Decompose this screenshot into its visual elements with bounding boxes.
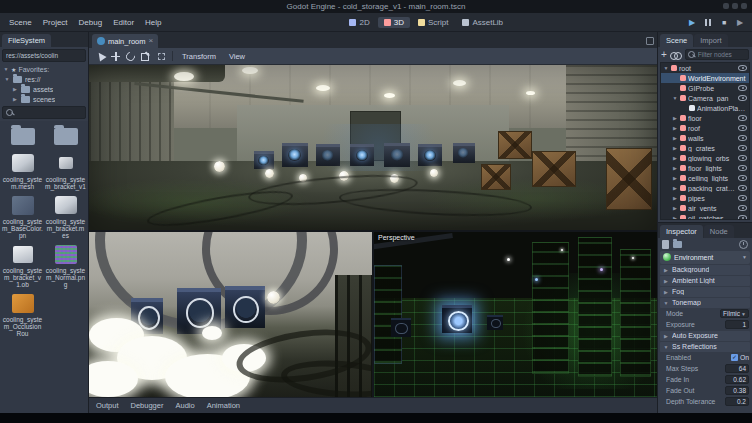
property-spinbox[interactable]: 64	[725, 364, 749, 373]
scene-node-animationplayer[interactable]: AnimationPlayer	[661, 103, 749, 113]
tab-import[interactable]: Import	[694, 34, 727, 47]
property-spinbox[interactable]: 0.2	[725, 397, 749, 406]
chevron-right-icon[interactable]: ▶	[12, 86, 18, 92]
bottom-panel-animation[interactable]: Animation	[207, 401, 240, 410]
select-tool-icon[interactable]	[94, 51, 105, 62]
file-folder-0[interactable]	[2, 124, 43, 148]
inspector-section-auto-exposure[interactable]: ▶Auto Exposure	[660, 331, 750, 341]
move-tool-icon[interactable]	[110, 51, 121, 62]
chevron-right-icon[interactable]: ▶	[672, 115, 678, 121]
visibility-eye-icon[interactable]	[738, 185, 747, 191]
file-cooling-syste-m-bracket-mes[interactable]: cooling_syste m_bracket.mes	[45, 193, 86, 239]
workspace-tab-script[interactable]: Script	[412, 17, 454, 28]
scene-node-root[interactable]: ▼root	[661, 63, 749, 73]
transform-menu[interactable]: Transform	[178, 51, 220, 62]
chevron-right-icon[interactable]: ▶	[672, 155, 678, 161]
file-folder-1[interactable]	[45, 124, 86, 148]
filesystem-path-bar[interactable]: res://assets/coolin	[2, 49, 86, 62]
bottom-panel-output[interactable]: Output	[96, 401, 119, 410]
chevron-down-icon[interactable]: ▼	[4, 76, 10, 82]
stop-button[interactable]: ■	[718, 16, 730, 28]
maximize-button[interactable]	[732, 3, 738, 9]
visibility-eye-icon[interactable]	[738, 215, 747, 220]
scene-node-air-vents[interactable]: ▶air_vents	[661, 203, 749, 213]
inspector-section-ambient-light[interactable]: ▶Ambient Light	[660, 276, 750, 286]
inspector-section-fog[interactable]: ▶Fog	[660, 287, 750, 297]
file-cooling-syste-m-mesh[interactable]: cooling_syste m.mesh	[2, 151, 43, 190]
chevron-right-icon[interactable]: ▶	[672, 205, 678, 211]
view-menu[interactable]: View	[225, 51, 249, 62]
file-cooling-syste-m-basecolor-pn[interactable]: cooling_syste m_BaseColor.pn	[2, 193, 43, 239]
workspace-tab-3d[interactable]: 3D	[378, 17, 410, 28]
chevron-right-icon[interactable]: ▶	[672, 195, 678, 201]
chevron-right-icon[interactable]: ▶	[672, 165, 678, 171]
inspector-section-background[interactable]: ▶Background	[660, 265, 750, 275]
filter-nodes-input[interactable]	[698, 51, 746, 58]
menu-project[interactable]: Project	[38, 16, 73, 29]
search-files-input[interactable]	[17, 109, 82, 116]
fstree-item-res[interactable]: ▼res://	[0, 74, 88, 84]
scene-node-floor[interactable]: ▶floor	[661, 113, 749, 123]
viewport-perspective-view[interactable]: Perspective	[374, 232, 657, 397]
inspector-section-ss-reflections[interactable]: ▼Ss Reflections	[660, 342, 750, 352]
file-cooling-syste-m-normal-png[interactable]: cooling_syste m_Normal.png	[45, 242, 86, 288]
checkbox-checked-icon[interactable]: ✓	[731, 354, 738, 361]
add-node-button[interactable]: +	[661, 50, 667, 60]
resource-selector[interactable]: Environment ▼	[660, 251, 750, 264]
close-tab-icon[interactable]: ×	[149, 37, 154, 45]
visibility-eye-icon[interactable]	[738, 205, 747, 211]
scene-tab-main-room[interactable]: main_room ×	[92, 34, 158, 48]
minimize-button[interactable]	[723, 3, 729, 9]
rotate-tool-icon[interactable]	[124, 50, 137, 63]
scene-node-worldenvironment[interactable]: WorldEnvironment	[661, 73, 749, 83]
property-spinbox[interactable]: 0.62	[725, 375, 749, 384]
favorites-header[interactable]: ▼ ★ Favorites:	[0, 64, 88, 74]
menu-help[interactable]: Help	[140, 16, 166, 29]
chevron-right-icon[interactable]: ▶	[672, 215, 678, 220]
scene-node-oil-patches[interactable]: ▶oil_patches	[661, 213, 749, 220]
property-spinbox[interactable]: 1	[725, 320, 749, 329]
visibility-eye-icon[interactable]	[738, 155, 747, 161]
file-cooling-syste-m-occlusionrou[interactable]: cooling_syste m_OcclusionRou	[2, 291, 43, 337]
scene-node-glowing-orbs[interactable]: ▶glowing_orbs	[661, 153, 749, 163]
workspace-tab-assetlib[interactable]: AssetLib	[456, 17, 509, 28]
instance-scene-icon[interactable]	[670, 51, 682, 59]
pause-button[interactable]	[702, 16, 714, 28]
fstree-item-assets[interactable]: ▶assets	[0, 84, 88, 94]
file-cooling-syste-m-bracket-v1[interactable]: cooling_syste m_bracket_v1	[45, 151, 86, 190]
viewport-bottom-left-view[interactable]	[89, 232, 372, 397]
workspace-tab-2d[interactable]: 2D	[343, 17, 375, 28]
scene-node-packing-crates-and[interactable]: ▶packing_crates_and	[661, 183, 749, 193]
tab-node[interactable]: Node	[704, 225, 734, 238]
tab-scene[interactable]: Scene	[660, 34, 693, 47]
chevron-right-icon[interactable]: ▶	[672, 135, 678, 141]
visibility-eye-icon[interactable]	[738, 145, 747, 151]
scene-node-camera-pan[interactable]: ▼Camera_pan	[661, 93, 749, 103]
visibility-eye-icon[interactable]	[738, 85, 747, 91]
visibility-eye-icon[interactable]	[738, 175, 747, 181]
chevron-right-icon[interactable]: ▶	[12, 96, 18, 102]
property-dropdown[interactable]: Filmic▼	[720, 309, 749, 318]
chevron-right-icon[interactable]: ▶	[672, 185, 678, 191]
scene-node-giprobe[interactable]: GIProbe	[661, 83, 749, 93]
scene-node-floor-lights[interactable]: ▶floor_lights	[661, 163, 749, 173]
menu-debug[interactable]: Debug	[74, 16, 108, 29]
bottom-panel-debugger[interactable]: Debugger	[131, 401, 164, 410]
chevron-right-icon[interactable]: ▶	[672, 125, 678, 131]
visibility-eye-icon[interactable]	[738, 115, 747, 121]
load-resource-icon[interactable]	[673, 241, 682, 248]
visibility-eye-icon[interactable]	[738, 125, 747, 131]
visibility-eye-icon[interactable]	[738, 165, 747, 171]
property-spinbox[interactable]: 0.38	[725, 386, 749, 395]
chevron-down-icon[interactable]: ▼	[672, 95, 678, 101]
bottom-panel-audio[interactable]: Audio	[175, 401, 194, 410]
scene-node-walls[interactable]: ▶walls	[661, 133, 749, 143]
chevron-down-icon[interactable]: ▼	[663, 65, 669, 71]
menu-scene[interactable]: Scene	[4, 16, 37, 29]
scene-node-pipes[interactable]: ▶pipes	[661, 193, 749, 203]
scene-node-roof[interactable]: ▶roof	[661, 123, 749, 133]
chevron-right-icon[interactable]: ▶	[672, 145, 678, 151]
play-scene-button[interactable]: ▶	[734, 16, 746, 28]
tab-filesystem[interactable]: FileSystem	[2, 34, 51, 47]
scene-node-ceiling-lights[interactable]: ▶ceiling_lights	[661, 173, 749, 183]
